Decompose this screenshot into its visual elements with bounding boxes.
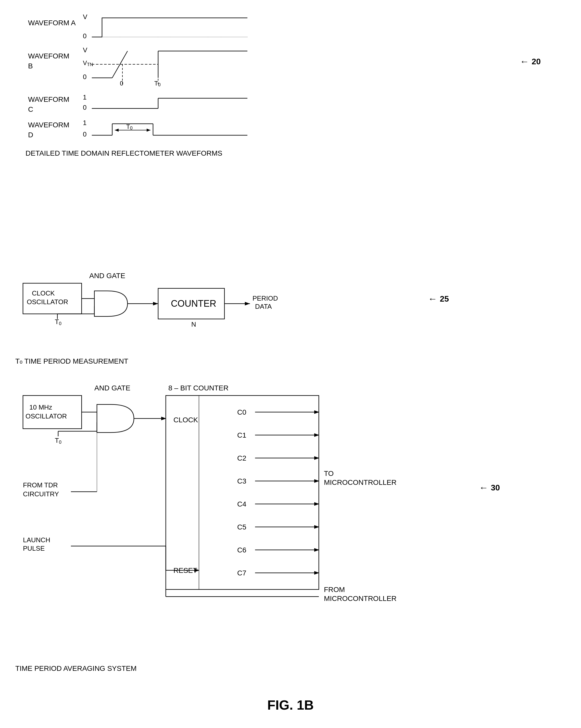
waveform-d-label: WAVEFORMD xyxy=(28,120,69,140)
svg-marker-46 xyxy=(245,302,250,306)
diagram1: WAVEFORM A V 0 WAVEFORMB V VTN 0 xyxy=(26,13,382,157)
svg-marker-28 xyxy=(115,129,118,132)
svg-text:C7: C7 xyxy=(237,569,246,577)
svg-text:LAUNCH: LAUNCH xyxy=(23,536,50,544)
diagram3-caption: TIME PERIOD AVERAGING SYSTEM xyxy=(15,665,500,673)
svg-text:1: 1 xyxy=(83,94,86,101)
svg-text:OSCILLATOR: OSCILLATOR xyxy=(27,298,68,306)
svg-marker-41 xyxy=(153,302,158,306)
svg-text:TO: TO xyxy=(324,469,334,477)
svg-text:0: 0 xyxy=(83,32,86,40)
svg-text:T0: T0 xyxy=(126,123,133,131)
waveform-c-label: WAVEFORMC xyxy=(28,95,69,114)
svg-text:PERIOD: PERIOD xyxy=(253,294,278,302)
svg-text:COUNTER: COUNTER xyxy=(171,298,216,309)
svg-text:C0: C0 xyxy=(237,408,246,416)
svg-text:N: N xyxy=(191,320,196,328)
diagram2-svg: AND GATE CLOCK OSCILLATOR T0 COUNTER N xyxy=(15,268,423,355)
svg-text:1: 1 xyxy=(83,119,86,127)
svg-text:C4: C4 xyxy=(237,500,246,508)
svg-text:V: V xyxy=(83,13,87,21)
svg-text:OSCILLATOR: OSCILLATOR xyxy=(26,412,67,420)
svg-text:CLOCK: CLOCK xyxy=(32,289,55,297)
diagram3-svg: AND GATE 8 – BIT COUNTER 10 MHz OSCILLAT… xyxy=(15,380,474,661)
svg-rect-61 xyxy=(166,395,319,590)
figure-label: FIG. 1B xyxy=(267,697,314,713)
svg-text:AND GATE: AND GATE xyxy=(89,272,125,280)
page: WAVEFORM A V 0 WAVEFORMB V VTN 0 xyxy=(0,0,581,728)
waveform-a-row: WAVEFORM A V 0 xyxy=(82,13,382,46)
svg-rect-51 xyxy=(23,395,82,429)
svg-text:C6: C6 xyxy=(237,546,246,554)
svg-text:T0: T0 xyxy=(154,80,161,87)
svg-text:0: 0 xyxy=(120,80,123,87)
waveform-d-row: WAVEFORMD 1 0 T0 xyxy=(82,118,382,146)
svg-text:C5: C5 xyxy=(237,523,246,531)
svg-text:C2: C2 xyxy=(237,454,246,462)
svg-text:DATA: DATA xyxy=(255,303,272,310)
ref-20: ← 20 xyxy=(520,56,541,67)
svg-text:AND GATE: AND GATE xyxy=(95,384,130,392)
waveform-b-svg: V VTN 0 0 xyxy=(82,46,260,87)
svg-text:V: V xyxy=(83,46,87,54)
svg-text:C1: C1 xyxy=(237,431,246,439)
svg-text:10 MHz: 10 MHz xyxy=(29,404,52,411)
svg-text:0: 0 xyxy=(83,130,86,138)
svg-text:VTN: VTN xyxy=(83,59,93,67)
diagram3: AND GATE 8 – BIT COUNTER 10 MHz OSCILLAT… xyxy=(15,380,500,673)
svg-text:0: 0 xyxy=(83,73,86,81)
waveform-a-svg: V 0 xyxy=(82,13,260,46)
waveform-b-row: WAVEFORMB V VTN 0 xyxy=(82,46,382,87)
svg-text:PULSE: PULSE xyxy=(23,545,45,552)
svg-text:T0: T0 xyxy=(55,437,61,445)
diagram2-caption: T₀ TIME PERIOD MEASUREMENT xyxy=(15,357,449,365)
svg-text:FROM TDR: FROM TDR xyxy=(23,481,58,489)
svg-text:T0: T0 xyxy=(55,318,61,326)
svg-text:0: 0 xyxy=(83,104,86,111)
waveform-d-svg: 1 0 T0 xyxy=(82,118,260,146)
waveform-c-row: WAVEFORMC 1 0 xyxy=(82,92,382,118)
diagram1-caption: DETAILED TIME DOMAIN REFLECTOMETER WAVEF… xyxy=(26,149,382,157)
ref-30: ← 30 xyxy=(479,482,500,493)
waveform-c-svg: 1 0 xyxy=(82,92,260,118)
svg-text:C3: C3 xyxy=(237,477,246,485)
waveform-a-label: WAVEFORM A xyxy=(28,18,76,28)
svg-marker-29 xyxy=(147,129,151,132)
waveform-b-label: WAVEFORMB xyxy=(28,51,69,71)
svg-text:FROM: FROM xyxy=(324,586,345,594)
svg-text:CLOCK: CLOCK xyxy=(174,416,198,424)
svg-text:CIRCUITRY: CIRCUITRY xyxy=(23,490,59,498)
svg-text:8 – BIT COUNTER: 8 – BIT COUNTER xyxy=(168,384,229,392)
svg-text:MICROCONTROLLER: MICROCONTROLLER xyxy=(324,595,397,602)
ref-25: ← 25 xyxy=(428,293,449,304)
svg-text:MICROCONTROLLER: MICROCONTROLLER xyxy=(324,478,397,486)
diagram2: AND GATE CLOCK OSCILLATOR T0 COUNTER N xyxy=(15,268,449,365)
